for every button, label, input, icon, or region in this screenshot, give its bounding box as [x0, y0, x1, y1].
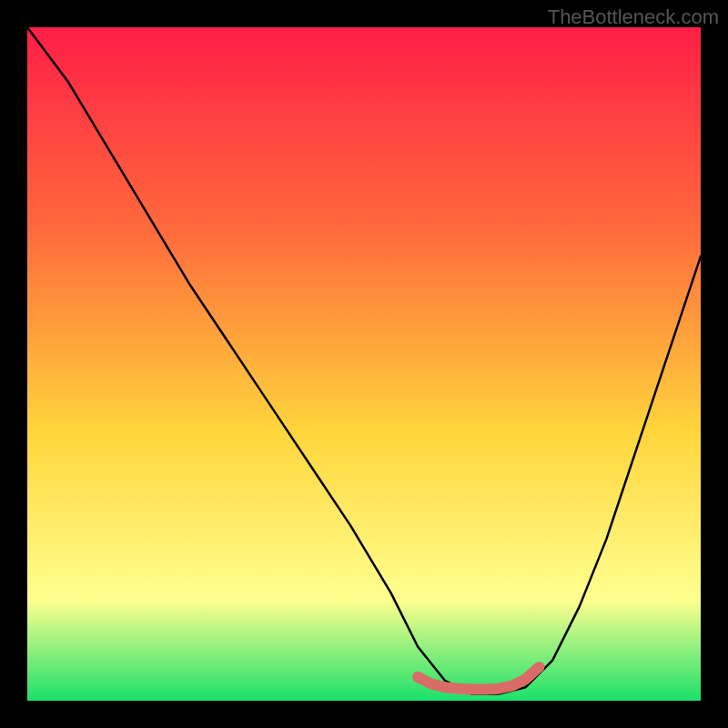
sweet-spot-dot — [412, 672, 423, 682]
chart-svg — [27, 27, 701, 701]
chart-frame: TheBottleneck.com — [0, 0, 728, 728]
gradient-background — [27, 27, 701, 701]
watermark-text: TheBottleneck.com — [548, 5, 719, 29]
plot-area — [27, 27, 701, 701]
